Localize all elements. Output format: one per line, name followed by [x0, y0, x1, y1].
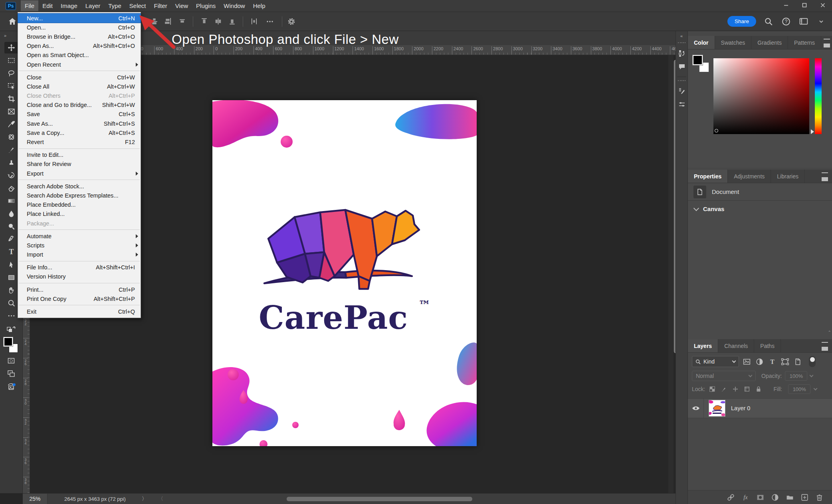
color-tab-patterns[interactable]: Patterns	[788, 36, 821, 49]
panel-expand-icon[interactable]: «	[676, 31, 687, 42]
distribute-horizontal-space-icon[interactable]	[248, 16, 260, 27]
new-layer-icon[interactable]	[800, 493, 809, 502]
hand-tool[interactable]	[4, 285, 18, 296]
history-brush-tool[interactable]	[4, 170, 18, 181]
export-share-icon[interactable]	[4, 380, 18, 392]
menubar-item-select[interactable]: Select	[125, 0, 150, 11]
file-menu-item-browse-in-bridge[interactable]: Browse in Bridge...Alt+Ctrl+O	[18, 32, 141, 41]
file-menu-item-open-as-smart-object[interactable]: Open as Smart Object...	[18, 51, 141, 60]
color-tab-color[interactable]: Color	[688, 36, 715, 49]
clone-stamp-tool[interactable]	[4, 157, 18, 168]
file-menu-item-print-one-copy[interactable]: Print One CopyAlt+Shift+Ctrl+P	[18, 294, 141, 303]
menubar-item-layer[interactable]: Layer	[81, 0, 105, 11]
frame-tool[interactable]	[4, 106, 18, 117]
align-top-edges-icon[interactable]	[198, 16, 210, 27]
color-picker-marker[interactable]	[715, 129, 718, 132]
layer-name[interactable]: Layer 0	[731, 405, 750, 411]
foreground-color-swatch[interactable]	[4, 337, 13, 346]
color-tab-swatches[interactable]: Swatches	[715, 36, 752, 49]
close-button[interactable]	[814, 0, 832, 10]
move-tool[interactable]	[4, 42, 18, 53]
filter-type-icon[interactable]: T	[767, 356, 778, 367]
horizontal-scrollbar-thumb[interactable]	[287, 497, 472, 501]
tool-presets-panel-icon[interactable]	[676, 98, 688, 111]
menubar-item-window[interactable]: Window	[220, 0, 249, 11]
file-menu-item-close-and-go-to-bridge[interactable]: Close and Go to Bridge...Shift+Ctrl+W	[18, 101, 141, 110]
document-canvas[interactable]: CarePac™	[212, 100, 477, 446]
blur-tool[interactable]	[4, 208, 18, 219]
minimize-button[interactable]	[777, 0, 795, 10]
home-icon[interactable]	[6, 15, 19, 28]
hue-slider-marker[interactable]	[811, 129, 814, 134]
filter-kind-select[interactable]: Kind	[692, 356, 739, 367]
file-menu-item-open[interactable]: Open...Ctrl+O	[18, 23, 141, 32]
file-menu-item-close[interactable]: CloseCtrl+W	[18, 73, 141, 82]
swap-colors-icon[interactable]	[4, 323, 18, 334]
properties-tab-libraries[interactable]: Libraries	[771, 170, 805, 183]
status-chevron-left-icon[interactable]: 〈	[158, 495, 163, 502]
type-tool[interactable]: T	[4, 246, 18, 258]
layers-tab-channels[interactable]: Channels	[718, 339, 754, 352]
layer-visibility-eye-icon[interactable]	[688, 399, 704, 418]
object-selection-tool[interactable]	[4, 80, 18, 92]
new-group-icon[interactable]	[785, 493, 794, 502]
lock-position-icon[interactable]	[732, 385, 739, 393]
hue-slider[interactable]	[815, 58, 822, 134]
file-menu-item-share-for-review[interactable]: Share for Review	[18, 160, 141, 169]
file-menu-item-close-all[interactable]: Close AllAlt+Ctrl+W	[18, 82, 141, 91]
rectangle-tool[interactable]	[4, 272, 18, 283]
lock-artboard-icon[interactable]	[743, 385, 751, 393]
more-options-icon[interactable]	[264, 16, 275, 27]
marquee-tool[interactable]	[4, 55, 18, 66]
file-menu-item-print[interactable]: Print...Ctrl+P	[18, 285, 141, 294]
layers-menu-icon[interactable]	[817, 339, 832, 352]
foreground-background-swatches[interactable]	[3, 337, 19, 354]
share-button[interactable]: Share	[727, 16, 756, 27]
file-menu-item-save-a-copy[interactable]: Save a Copy...Alt+Ctrl+S	[18, 128, 141, 137]
canvas-section-header[interactable]: Canvas	[688, 201, 832, 215]
filter-frame-icon[interactable]	[780, 356, 790, 367]
distribute-horizontal-centers-icon[interactable]	[212, 16, 224, 27]
file-menu-item-save-as[interactable]: Save As...Shift+Ctrl+S	[18, 119, 141, 128]
file-menu-item-import[interactable]: Import	[18, 250, 141, 259]
menubar-item-file[interactable]: File	[21, 0, 38, 11]
file-menu-item-exit[interactable]: ExitCtrl+Q	[18, 307, 141, 316]
filter-image-icon[interactable]	[741, 356, 752, 367]
layer-row[interactable]: Layer 0	[688, 398, 832, 418]
search-icon[interactable]	[763, 16, 774, 27]
file-menu-item-open-recent[interactable]: Open Recent	[18, 60, 141, 69]
screen-mode-icon[interactable]	[4, 368, 18, 379]
layer-effects-icon[interactable]: fx	[741, 493, 750, 502]
delete-layer-icon[interactable]	[815, 493, 824, 502]
properties-tab-properties[interactable]: Properties	[688, 170, 728, 183]
chevron-down-icon[interactable]	[814, 387, 818, 391]
layers-tab-paths[interactable]: Paths	[754, 339, 781, 352]
workspace-switcher-icon[interactable]	[798, 16, 809, 27]
layer-thumbnail[interactable]	[709, 400, 725, 417]
filter-adjustment-icon[interactable]	[754, 356, 765, 367]
zoom-tool[interactable]	[4, 297, 18, 309]
foreground-color-swatch[interactable]	[693, 55, 703, 65]
brush-settings-panel-icon[interactable]	[676, 84, 688, 98]
file-menu-item-place-linked[interactable]: Place Linked...	[18, 210, 141, 219]
menubar-item-plugins[interactable]: Plugins	[192, 0, 220, 11]
maximize-button[interactable]	[795, 0, 814, 10]
menubar-item-view[interactable]: View	[171, 0, 192, 11]
lock-all-icon[interactable]	[755, 385, 763, 393]
menubar-item-type[interactable]: Type	[104, 0, 125, 11]
gradient-tool[interactable]	[4, 195, 18, 207]
dodge-tool[interactable]	[4, 221, 18, 232]
properties-menu-icon[interactable]	[817, 170, 832, 183]
filter-toggle-pill[interactable]	[809, 356, 816, 367]
file-menu-item-save[interactable]: SaveCtrl+S	[18, 110, 141, 119]
crop-tool[interactable]	[4, 93, 18, 105]
history-panel-icon[interactable]	[676, 46, 688, 60]
file-menu-item-new[interactable]: New...Ctrl+N	[18, 14, 141, 23]
blend-mode-select[interactable]: Normal	[692, 371, 756, 381]
layers-tab-layers[interactable]: Layers	[688, 339, 718, 352]
file-menu-item-export[interactable]: Export	[18, 169, 141, 178]
color-tab-gradients[interactable]: Gradients	[751, 36, 788, 49]
comments-panel-icon[interactable]	[676, 60, 688, 73]
file-menu-item-file-info[interactable]: File Info...Alt+Shift+Ctrl+I	[18, 263, 141, 272]
opacity-value[interactable]: 100%	[785, 371, 807, 381]
